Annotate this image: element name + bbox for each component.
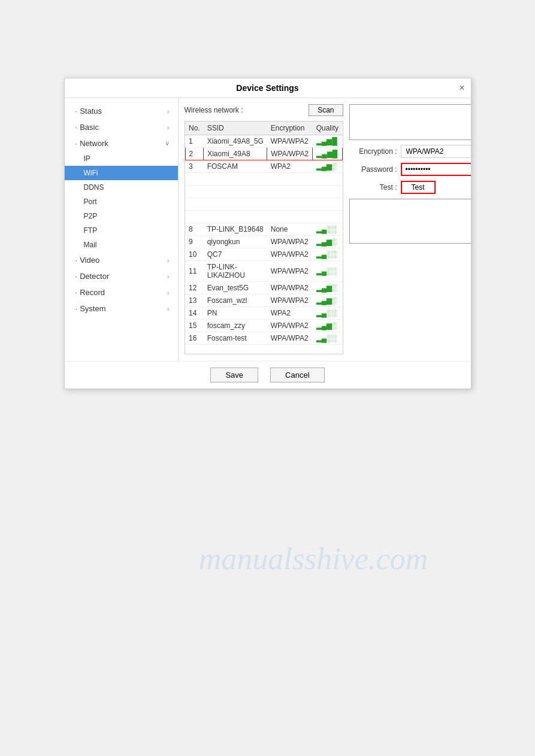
sidebar-item-video[interactable]: · Video › [65,252,178,268]
table-row[interactable]: 8TP-LINK_B19648None▂▄░░ [185,223,342,236]
sidebar-label-detector: Detector [80,272,109,281]
signal-icon: ▂▄▆░ [316,238,337,246]
bullet-status: · [75,107,78,116]
sidebar-sub-item-mail[interactable]: Mail [65,238,178,252]
password-input[interactable] [401,163,471,176]
table-row[interactable]: 2Xiaomi_49A8WPA/WPA2▂▄▆█ [185,148,342,160]
dialog-footer: Save Cancel [65,361,471,388]
sidebar-item-detector[interactable]: · Detector › [65,268,178,284]
sidebar-sub-label-ddns: DDNS [84,183,104,192]
signal-icon: ▂▄░░ [316,225,337,233]
bullet-video: · [75,256,78,265]
main-content: Wireless network : Scan No. SSID Encrypt… [179,98,471,361]
signal-icon: ▂▄░░ [316,309,337,317]
col-header-ssid: SSID [204,122,267,135]
sidebar-item-basic[interactable]: · Basic › [65,119,178,135]
network-table: No. SSID Encryption Quality 1Xiaomi_49A8… [185,122,343,345]
scan-button[interactable]: Scan [309,104,343,116]
table-row-empty [185,173,342,186]
sidebar-label-status: Status [80,107,102,116]
table-row[interactable]: 11TP-LINK-LIKAIZHOUWPA/WPA2▂▄░░ [185,261,342,282]
scan-row: Wireless network : Scan [185,104,343,116]
sidebar-sub-item-p2p[interactable]: P2P [65,209,178,223]
bullet-detector: · [75,272,78,281]
password-label: Password : [349,165,397,174]
network-panel: Wireless network : Scan No. SSID Encrypt… [185,104,343,355]
sidebar-sub-item-ip[interactable]: IP [65,151,178,166]
encryption-select[interactable]: WPA/WPA2 WPA2 None [401,145,471,158]
sidebar-item-record[interactable]: · Record › [65,284,178,300]
sidebar-sub-label-wifi: WiFi [84,169,98,177]
table-row[interactable]: 16Foscam-testWPA/WPA2▂▄░░ [185,332,342,345]
ssid-display-box [349,104,471,140]
chevron-record: › [167,289,170,296]
table-row-empty [185,211,342,223]
sidebar-item-system[interactable]: · System › [65,300,178,317]
sidebar-sub-label-p2p: P2P [84,212,98,220]
bullet-record: · [75,288,78,297]
chevron-network: ∨ [165,139,170,147]
dialog-body: · Status › · Basic › · Network ∨ IP WiFi [65,98,471,361]
signal-icon: ▂▄░░ [316,334,337,342]
chevron-system: › [167,305,170,312]
signal-icon: ▂▄▆░ [316,321,337,330]
cancel-button[interactable]: Cancel [270,368,324,382]
sidebar-item-network[interactable]: · Network ∨ [65,135,178,151]
signal-icon: ▂▄▆░ [316,284,337,292]
chevron-detector: › [167,273,170,280]
sidebar: · Status › · Basic › · Network ∨ IP WiFi [65,98,179,361]
save-button[interactable]: Save [210,368,258,382]
test-button[interactable]: Test [401,181,436,194]
sidebar-label-system: System [80,304,105,313]
signal-icon: ▂▄░░ [316,250,337,259]
table-row-empty [185,198,342,211]
sidebar-label-record: Record [80,288,105,297]
table-row[interactable]: 1Xiaomi_49A8_5GWPA/WPA2▂▄▆█ [185,135,342,148]
wireless-network-label: Wireless network : [185,106,243,114]
sidebar-item-status[interactable]: · Status › [65,103,178,119]
bullet-network: · [75,139,78,148]
table-row[interactable]: 13Foscam_wzlWPA/WPA2▂▄▆░ [185,294,342,307]
sidebar-sub-item-ftp[interactable]: FTP [65,223,178,238]
sidebar-sub-label-ip: IP [84,154,90,163]
sidebar-label-network: Network [80,139,108,148]
table-row[interactable]: 3FOSCAMWPA2▂▄▆░ [185,160,342,173]
network-table-container[interactable]: No. SSID Encryption Quality 1Xiaomi_49A8… [185,121,343,354]
sidebar-sub-item-port[interactable]: Port [65,195,178,209]
chevron-video: › [167,257,170,264]
encryption-row: Encryption : WPA/WPA2 WPA2 None [349,145,471,158]
encryption-label: Encryption : [349,147,397,156]
signal-icon: ▂▄▆░ [316,296,337,305]
sidebar-sub-label-mail: Mail [84,241,97,249]
col-header-no: No. [185,122,204,135]
table-row[interactable]: 10QC7WPA/WPA2▂▄░░ [185,248,342,261]
watermark: manualsshive.com [199,541,428,576]
dialog-title: Device Settings [236,83,298,93]
signal-icon: ▂▄░░ [316,267,337,275]
sidebar-sub-label-port: Port [84,198,97,206]
sidebar-sub-item-wifi[interactable]: WiFi [65,166,178,180]
test-row: Test : Test [349,181,471,194]
password-row: Password : [349,163,471,176]
table-row[interactable]: 15foscam_zzyWPA/WPA2▂▄▆░ [185,320,342,332]
sidebar-sub-item-ddns[interactable]: DDNS [65,180,178,195]
table-row-empty [185,186,342,198]
bullet-system: · [75,304,78,313]
bullet-basic: · [75,123,78,132]
col-header-quality: Quality [313,122,342,135]
close-button[interactable]: × [459,83,464,93]
title-bar: Device Settings × [65,78,471,98]
chevron-status: › [167,108,170,115]
device-settings-dialog: Device Settings × · Status › · Basic › ·… [64,78,471,389]
signal-icon: ▂▄▆█ [316,137,337,145]
table-row[interactable]: 9qiyongkunWPA/WPA2▂▄▆░ [185,236,342,248]
table-row[interactable]: 12Evan_test5GWPA/WPA2▂▄▆░ [185,282,342,294]
sidebar-label-basic: Basic [80,123,99,132]
sidebar-sub-label-ftp: FTP [84,226,98,235]
chevron-basic: › [167,124,170,131]
right-panel: Encryption : WPA/WPA2 WPA2 None Password… [349,104,471,355]
signal-icon: ▂▄▆█ [316,150,337,158]
col-header-encryption: Encryption [267,122,313,135]
sidebar-label-video: Video [80,256,99,265]
table-row[interactable]: 14PNWPA2▂▄░░ [185,307,342,320]
